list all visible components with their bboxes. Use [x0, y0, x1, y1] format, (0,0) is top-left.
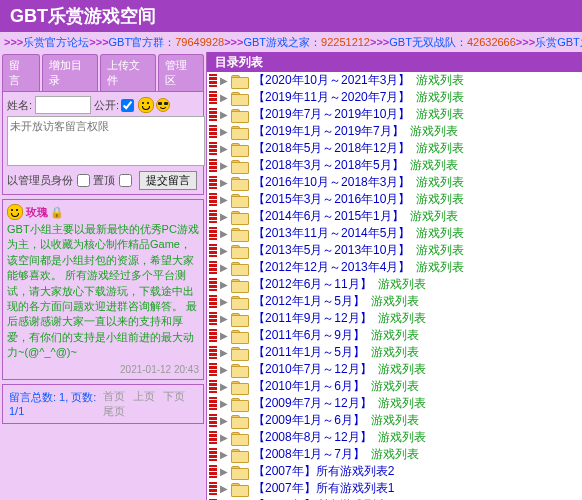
admin-checkbox[interactable]: [77, 174, 90, 187]
game-list-link[interactable]: 游戏列表: [410, 208, 458, 225]
game-list-link[interactable]: 游戏列表: [416, 72, 464, 89]
game-list-link[interactable]: 游戏列表: [371, 344, 419, 361]
folder-row[interactable]: ▶【2010年7月～12月】游戏列表: [207, 361, 582, 378]
smile-icon[interactable]: [138, 97, 154, 113]
nav-link[interactable]: GBT游戏之家：: [243, 36, 321, 48]
folder-row[interactable]: ▶【2019年1月～2019年7月】游戏列表: [207, 123, 582, 140]
folder-row[interactable]: ▶【2018年3月～2018年5月】游戏列表: [207, 157, 582, 174]
game-list-link[interactable]: 游戏列表: [410, 157, 458, 174]
folder-name[interactable]: 【2009年7月～12月】: [253, 395, 372, 412]
folder-name[interactable]: 【2018年5月～2018年12月】: [253, 140, 410, 157]
cool-icon[interactable]: [156, 98, 170, 112]
folder-name[interactable]: 【2009年1月～6月】: [253, 412, 365, 429]
sidebar-tab[interactable]: 增加目录: [42, 54, 98, 91]
game-list-link[interactable]: 游戏列表: [378, 361, 426, 378]
folder-row[interactable]: ▶【2011年9月～12月】游戏列表: [207, 310, 582, 327]
nav-link[interactable]: GBT无双战队：: [389, 36, 467, 48]
folder-name[interactable]: 【2011年6月～9月】: [253, 327, 365, 344]
folder-icon: [231, 245, 249, 257]
game-list-link[interactable]: 游戏列表: [416, 242, 464, 259]
folder-row[interactable]: ▶【2010年1月～6月】游戏列表: [207, 378, 582, 395]
folder-name[interactable]: 【2019年7月～2019年10月】: [253, 106, 410, 123]
game-list-link[interactable]: 游戏列表: [378, 310, 426, 327]
row-marker-icon: [209, 91, 217, 104]
pager-first[interactable]: 首页: [103, 390, 125, 402]
game-list-link[interactable]: 游戏列表: [416, 225, 464, 242]
folder-name[interactable]: 【2020年10月～2021年3月】: [253, 72, 410, 89]
folder-name[interactable]: 【2010年1月～6月】: [253, 378, 365, 395]
folder-name[interactable]: 【2012年12月～2013年4月】: [253, 259, 410, 276]
folder-row[interactable]: ▶【2015年3月～2016年10月】游戏列表: [207, 191, 582, 208]
folder-name[interactable]: 【2008年8月～12月】: [253, 429, 372, 446]
folder-name[interactable]: 【2011年1月～5月】: [253, 344, 365, 361]
folder-icon: [231, 160, 249, 172]
folder-name[interactable]: 【2011年9月～12月】: [253, 310, 372, 327]
folder-name[interactable]: 【2019年11月～2020年7月】: [253, 89, 410, 106]
nav-link[interactable]: 乐赏官方论坛: [23, 36, 89, 48]
nav-link[interactable]: GBT官方群：: [109, 36, 176, 48]
game-list-link[interactable]: 游戏列表: [378, 429, 426, 446]
folder-row[interactable]: ▶【2012年12月～2013年4月】游戏列表: [207, 259, 582, 276]
game-list-link[interactable]: 游戏列表: [371, 327, 419, 344]
game-list-link[interactable]: 游戏列表: [378, 276, 426, 293]
folder-name[interactable]: 【2014年6月～2015年1月】: [253, 208, 404, 225]
pin-checkbox[interactable]: [119, 174, 132, 187]
folder-row[interactable]: ▶【2013年11月～2014年5月】游戏列表: [207, 225, 582, 242]
row-marker-icon: [209, 142, 217, 155]
folder-name[interactable]: 【2015年3月～2016年10月】: [253, 191, 410, 208]
list-header: 目录列表: [207, 52, 582, 72]
folder-name[interactable]: 【2007年】所有游戏列表2: [253, 463, 394, 480]
game-list-link[interactable]: 游戏列表: [371, 412, 419, 429]
folder-row[interactable]: ▶【2019年11月～2020年7月】游戏列表: [207, 89, 582, 106]
sidebar-tab[interactable]: 管理区: [158, 54, 204, 91]
folder-name[interactable]: 【2010年7月～12月】: [253, 361, 372, 378]
name-input[interactable]: [35, 96, 91, 114]
sidebar-tab[interactable]: 留 言: [2, 54, 40, 91]
folder-row[interactable]: ▶【2009年7月～12月】游戏列表: [207, 395, 582, 412]
pager-next[interactable]: 下页: [163, 390, 185, 402]
game-list-link[interactable]: 游戏列表: [410, 123, 458, 140]
folder-row[interactable]: ▶【2019年7月～2019年10月】游戏列表: [207, 106, 582, 123]
pager-last[interactable]: 尾页: [103, 405, 125, 417]
folder-row[interactable]: ▶【2007年】所有游戏列表1: [207, 480, 582, 497]
folder-row[interactable]: ▶【2014年6月～2015年1月】游戏列表: [207, 208, 582, 225]
public-checkbox[interactable]: [121, 99, 134, 112]
pager-prev[interactable]: 上页: [133, 390, 155, 402]
folder-name[interactable]: 【2013年11月～2014年5月】: [253, 225, 410, 242]
folder-row[interactable]: ▶【2012年1月～5月】游戏列表: [207, 293, 582, 310]
expand-icon: ▶: [220, 177, 228, 188]
folder-row[interactable]: ▶【2011年6月～9月】游戏列表: [207, 327, 582, 344]
folder-name[interactable]: 【2013年5月～2013年10月】: [253, 242, 410, 259]
folder-row[interactable]: ▶【2016年10月～2018年3月】游戏列表: [207, 174, 582, 191]
game-list-link[interactable]: 游戏列表: [416, 174, 464, 191]
game-list-link[interactable]: 游戏列表: [371, 446, 419, 463]
folder-name[interactable]: 【2007年】所有游戏列表1: [253, 480, 394, 497]
folder-name[interactable]: 【2012年1月～5月】: [253, 293, 365, 310]
game-list-link[interactable]: 游戏列表: [416, 106, 464, 123]
submit-button[interactable]: 提交留言: [139, 171, 197, 190]
folder-row[interactable]: ▶【2020年10月～2021年3月】游戏列表: [207, 72, 582, 89]
game-list-link[interactable]: 游戏列表: [416, 89, 464, 106]
folder-row[interactable]: ▶【2012年6月～11月】游戏列表: [207, 276, 582, 293]
folder-row[interactable]: ▶【2011年1月～5月】游戏列表: [207, 344, 582, 361]
folder-name[interactable]: 【2008年1月～7月】: [253, 446, 365, 463]
game-list-link[interactable]: 游戏列表: [371, 378, 419, 395]
folder-name[interactable]: 【2016年10月～2018年3月】: [253, 174, 410, 191]
folder-row[interactable]: ▶【2008年8月～12月】游戏列表: [207, 429, 582, 446]
folder-name[interactable]: 【2012年6月～11月】: [253, 276, 372, 293]
comment-textarea[interactable]: [7, 116, 205, 166]
game-list-link[interactable]: 游戏列表: [371, 293, 419, 310]
game-list-link[interactable]: 游戏列表: [416, 140, 464, 157]
game-list-link[interactable]: 游戏列表: [378, 395, 426, 412]
folder-row[interactable]: ▶【2007年】所有游戏列表2: [207, 463, 582, 480]
sidebar-tab[interactable]: 上传文件: [100, 54, 156, 91]
nav-link[interactable]: 乐赏GBT之家（傅仙）：: [535, 36, 582, 48]
folder-row[interactable]: ▶【2009年1月～6月】游戏列表: [207, 412, 582, 429]
folder-name[interactable]: 【2019年1月～2019年7月】: [253, 123, 404, 140]
folder-row[interactable]: ▶【2013年5月～2013年10月】游戏列表: [207, 242, 582, 259]
folder-name[interactable]: 【2018年3月～2018年5月】: [253, 157, 404, 174]
game-list-link[interactable]: 游戏列表: [416, 259, 464, 276]
game-list-link[interactable]: 游戏列表: [416, 191, 464, 208]
folder-row[interactable]: ▶【2008年1月～7月】游戏列表: [207, 446, 582, 463]
folder-row[interactable]: ▶【2018年5月～2018年12月】游戏列表: [207, 140, 582, 157]
